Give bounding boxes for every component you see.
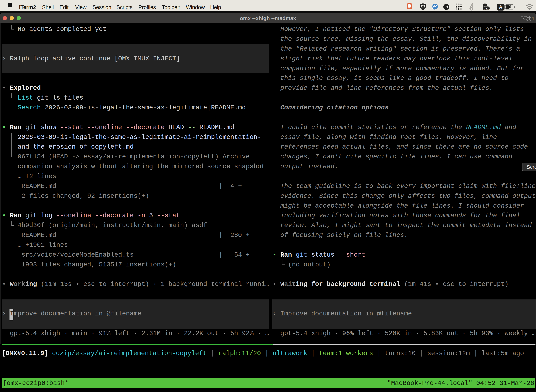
svg-text:1: 1 [532,16,535,21]
svg-text:..61: ..61 [484,7,489,10]
